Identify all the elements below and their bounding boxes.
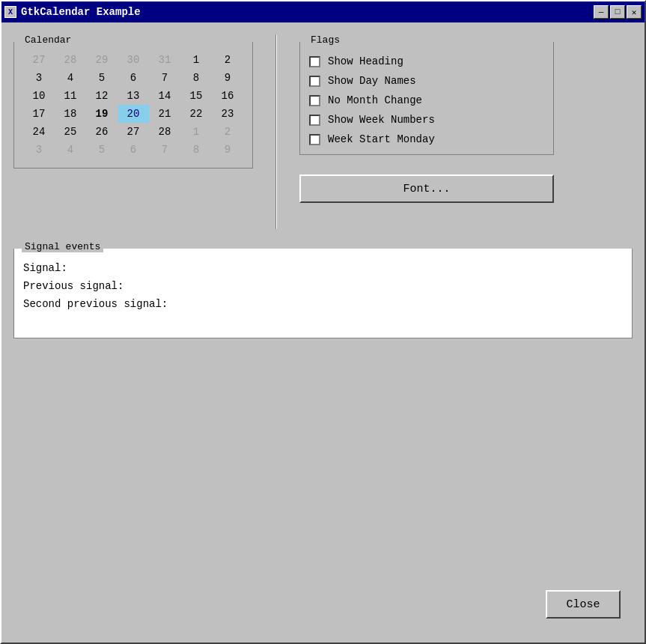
calendar-cell[interactable]: 28 xyxy=(149,123,180,141)
calendar-cell: 28 xyxy=(55,51,86,69)
font-button[interactable]: Font... xyxy=(299,174,554,203)
calendar-cell[interactable]: 9 xyxy=(212,69,243,87)
calendar-cell: 4 xyxy=(55,141,86,159)
second-previous-signal-row: Second previous signal: xyxy=(23,298,623,310)
calendar-label: Calendar xyxy=(22,34,74,46)
window-close-button[interactable]: ✕ xyxy=(627,5,642,19)
title-buttons: — □ ✕ xyxy=(594,5,642,19)
title-bar-left: X GtkCalendar Example xyxy=(4,6,141,18)
close-button[interactable]: Close xyxy=(546,590,621,619)
top-row: Calendar 27 28 29 30 31 1 2 xyxy=(13,34,633,229)
table-row: 24 25 26 27 28 1 2 xyxy=(23,123,243,141)
flag-show-heading: Show Heading xyxy=(309,55,544,67)
calendar-section: Calendar 27 28 29 30 31 1 2 xyxy=(13,34,253,168)
calendar-cell[interactable]: 24 xyxy=(23,123,55,141)
maximize-button[interactable]: □ xyxy=(610,5,625,19)
signal-section: Signal events Signal: Previous signal: S… xyxy=(13,241,633,572)
table-row: 3 4 5 6 7 8 9 xyxy=(23,69,243,87)
flag-no-month-change: No Month Change xyxy=(309,94,544,106)
calendar-cell[interactable]: 26 xyxy=(86,123,118,141)
label-week-start-monday: Week Start Monday xyxy=(328,133,435,145)
calendar-cell[interactable]: 15 xyxy=(180,87,212,105)
checkbox-show-day-names[interactable] xyxy=(309,76,320,87)
calendar-cell: 1 xyxy=(180,123,212,141)
calendar-cell: 27 xyxy=(23,51,55,69)
calendar-cell[interactable]: 13 xyxy=(118,87,149,105)
calendar-cell[interactable]: 22 xyxy=(180,105,212,123)
calendar-cell-today[interactable]: 19 xyxy=(86,105,118,123)
label-show-week-numbers: Show Week Numbers xyxy=(328,114,435,126)
minimize-button[interactable]: — xyxy=(594,5,609,19)
flag-week-start-monday: Week Start Monday xyxy=(309,133,544,145)
flags-label: Flags xyxy=(308,34,343,46)
signal-row: Signal: xyxy=(23,262,623,274)
main-window: X GtkCalendar Example — □ ✕ Calendar xyxy=(0,0,646,644)
calendar-cell: 2 xyxy=(212,123,243,141)
calendar-cell[interactable]: 8 xyxy=(180,69,212,87)
calendar-cell[interactable]: 23 xyxy=(212,105,243,123)
vertical-divider xyxy=(275,34,277,229)
window-icon: X xyxy=(4,6,16,18)
calendar-cell[interactable]: 21 xyxy=(149,105,180,123)
calendar-cell[interactable]: 14 xyxy=(149,87,180,105)
calendar-cell[interactable]: 10 xyxy=(23,87,55,105)
calendar-cell-selected[interactable]: 20 xyxy=(118,105,149,123)
label-show-day-names: Show Day Names xyxy=(328,75,416,87)
signal-content: Signal: Previous signal: Second previous… xyxy=(23,259,623,310)
calendar-cell: 8 xyxy=(180,141,212,159)
label-no-month-change: No Month Change xyxy=(328,94,422,106)
calendar-cell: 5 xyxy=(86,141,118,159)
calendar-cell[interactable]: 27 xyxy=(118,123,149,141)
label-show-heading: Show Heading xyxy=(328,55,403,67)
calendar-cell[interactable]: 1 xyxy=(180,51,212,69)
calendar-grid: 27 28 29 30 31 1 2 3 4 5 xyxy=(23,51,243,159)
calendar-cell[interactable]: 2 xyxy=(212,51,243,69)
calendar-cell[interactable]: 4 xyxy=(55,69,86,87)
table-row: 27 28 29 30 31 1 2 xyxy=(23,51,243,69)
calendar-cell[interactable]: 3 xyxy=(23,69,55,87)
checkbox-no-month-change[interactable] xyxy=(309,95,320,106)
checkbox-show-week-numbers[interactable] xyxy=(309,115,320,126)
calendar-cell[interactable]: 25 xyxy=(55,123,86,141)
calendar-cell: 9 xyxy=(212,141,243,159)
flags-section: Flags Show Heading Show Day Names xyxy=(299,34,554,155)
calendar-cell: 30 xyxy=(118,51,149,69)
calendar-cell[interactable]: 5 xyxy=(86,69,118,87)
title-bar: X GtkCalendar Example — □ ✕ xyxy=(1,1,645,22)
calendar-cell: 31 xyxy=(149,51,180,69)
calendar-cell[interactable]: 12 xyxy=(86,87,118,105)
flags-list: Show Heading Show Day Names No Month Cha… xyxy=(309,51,544,145)
previous-signal-row: Previous signal: xyxy=(23,280,623,292)
calendar-cell[interactable]: 17 xyxy=(23,105,55,123)
checkbox-show-heading[interactable] xyxy=(309,56,320,67)
table-row: 10 11 12 13 14 15 16 xyxy=(23,87,243,105)
table-row: 17 18 19 20 21 22 23 xyxy=(23,105,243,123)
signal-events-label: Signal events xyxy=(22,241,103,252)
right-panel: Flags Show Heading Show Day Names xyxy=(299,34,554,203)
calendar-cell: 29 xyxy=(86,51,118,69)
calendar-cell[interactable]: 6 xyxy=(118,69,149,87)
flag-show-week-numbers: Show Week Numbers xyxy=(309,114,544,126)
bottom-bar: Close xyxy=(13,584,633,631)
calendar-cell: 3 xyxy=(23,141,55,159)
table-row: 3 4 5 6 7 8 9 xyxy=(23,141,243,159)
checkbox-week-start-monday[interactable] xyxy=(309,134,320,145)
window-title: GtkCalendar Example xyxy=(21,6,141,18)
calendar-cell[interactable]: 16 xyxy=(212,87,243,105)
calendar-cell[interactable]: 18 xyxy=(55,105,86,123)
calendar-cell[interactable]: 11 xyxy=(55,87,86,105)
calendar-cell: 7 xyxy=(149,141,180,159)
calendar-cell[interactable]: 7 xyxy=(149,69,180,87)
flag-show-day-names: Show Day Names xyxy=(309,75,544,87)
calendar-cell: 6 xyxy=(118,141,149,159)
content-area: Calendar 27 28 29 30 31 1 2 xyxy=(1,22,645,643)
